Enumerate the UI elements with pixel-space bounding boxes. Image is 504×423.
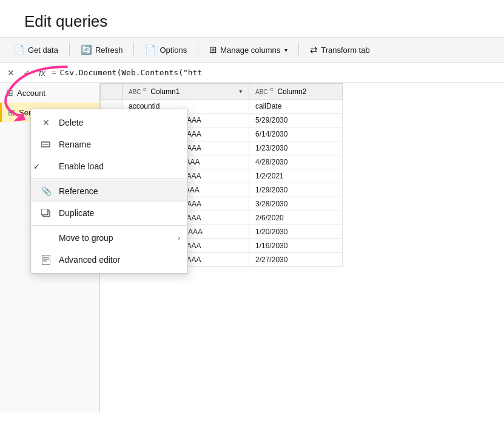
menu-icon-delete: ✕	[41, 118, 52, 127]
menu-icon-reference: 📎	[41, 186, 52, 196]
col1-filter-icon[interactable]: ▾	[239, 87, 243, 95]
refresh-icon: 🔄	[81, 44, 92, 55]
content-area: ⊞ Account ⊞ ServiceCall... ABC	[0, 83, 504, 413]
context-menu: ✕ Delete Rename ✓ Enable load 📎 Referenc…	[30, 109, 188, 274]
menu-item-move-to-group[interactable]: Move to group ›	[31, 227, 187, 249]
col2-cell: callDate	[249, 100, 343, 113]
col2-cell: 1/29/2030	[249, 183, 343, 197]
toolbar-separator-2	[133, 42, 134, 57]
formula-bar: ✕ ✓ fx = Csv.Document(Web.Contents("htt	[0, 63, 504, 83]
menu-label-duplicate: Duplicate	[59, 208, 94, 218]
get-data-button[interactable]: 📄 Get data	[7, 41, 64, 58]
col1-type: ABC	[129, 89, 141, 95]
col2-cell: 1/16/2030	[249, 239, 343, 253]
col2-cell: 2/6/2020	[249, 211, 343, 225]
row-num-header	[101, 84, 123, 100]
page-title: Edit queries	[0, 0, 504, 38]
menu-separator	[31, 225, 187, 226]
col2-cell: 5/29/2030	[249, 113, 343, 127]
refresh-button[interactable]: 🔄 Refresh	[75, 41, 129, 58]
column1-header[interactable]: ABC C Column1 ▾	[123, 84, 249, 100]
menu-icon-advanced-editor	[41, 255, 52, 265]
menu-arrow: ›	[178, 234, 180, 242]
col2-cell: 2/27/2030	[249, 253, 343, 267]
col2-cell: 1/23/2030	[249, 141, 343, 155]
toolbar: 📄 Get data 🔄 Refresh 📄 Options ⊞ Manage …	[0, 38, 504, 63]
query-item-account[interactable]: ⊞ Account	[0, 83, 99, 103]
toolbar-separator-3	[198, 42, 198, 57]
col2-cell: 1/20/2030	[249, 225, 343, 239]
col2-cell: 3/28/2030	[249, 197, 343, 211]
formula-cancel-button[interactable]: ✕	[5, 67, 17, 79]
menu-icon-duplicate	[41, 209, 52, 217]
menu-label-enable-load: Enable load	[59, 161, 104, 171]
col2-cell: 1/2/2021	[249, 169, 343, 183]
col1-label: Column1	[150, 87, 180, 96]
menu-separator	[31, 178, 187, 179]
toolbar-separator-1	[69, 42, 70, 57]
menu-checkmark: ✓	[33, 162, 40, 171]
transform-button[interactable]: ⇄ Transform tab	[304, 41, 375, 58]
manage-columns-button[interactable]: ⊞ Manage columns ▾	[203, 41, 294, 58]
menu-item-advanced-editor[interactable]: Advanced editor	[31, 249, 187, 271]
manage-columns-chevron: ▾	[284, 47, 287, 53]
menu-item-duplicate[interactable]: Duplicate	[31, 202, 187, 224]
menu-item-enable-load[interactable]: ✓ Enable load	[31, 155, 187, 177]
toolbar-separator-4	[298, 42, 299, 57]
formula-accept-button[interactable]: ✓	[21, 67, 33, 79]
menu-label-move-to-group: Move to group	[59, 233, 113, 243]
query-account-icon: ⊞	[6, 88, 13, 98]
manage-columns-icon: ⊞	[209, 44, 217, 55]
col2-cell: 6/14/2030	[249, 127, 343, 141]
formula-eq: =	[52, 68, 56, 77]
table-header-row: ABC C Column1 ▾ ABC C	[101, 84, 343, 100]
menu-label-rename: Rename	[59, 140, 91, 149]
menu-icon-rename	[41, 141, 52, 148]
formula-content: Csv.Document(Web.Contents("htt	[59, 68, 202, 77]
transform-icon: ⇄	[310, 44, 318, 55]
main-area: ✕ ✓ fx = Csv.Document(Web.Contents("htt …	[0, 63, 504, 413]
get-data-icon: 📄	[13, 44, 25, 55]
menu-label-advanced-editor: Advanced editor	[59, 255, 120, 265]
svg-rect-4	[42, 255, 50, 265]
options-icon: 📄	[145, 44, 156, 55]
column2-header[interactable]: ABC C Column2	[249, 84, 343, 100]
query-account-label: Account	[17, 89, 45, 98]
col2-cell: 4/28/2030	[249, 155, 343, 169]
formula-fx-icon: fx	[36, 68, 48, 78]
query-service-icon: ⊞	[8, 107, 15, 117]
menu-label-delete: Delete	[59, 118, 83, 127]
menu-label-reference: Reference	[59, 186, 98, 196]
col2-type: ABC	[255, 89, 268, 95]
menu-item-reference[interactable]: 📎 Reference	[31, 180, 187, 202]
menu-item-rename[interactable]: Rename	[31, 134, 187, 155]
menu-item-delete[interactable]: ✕ Delete	[31, 112, 187, 134]
options-button[interactable]: 📄 Options	[139, 41, 193, 58]
svg-rect-3	[41, 209, 48, 215]
col2-label: Column2	[277, 87, 306, 96]
